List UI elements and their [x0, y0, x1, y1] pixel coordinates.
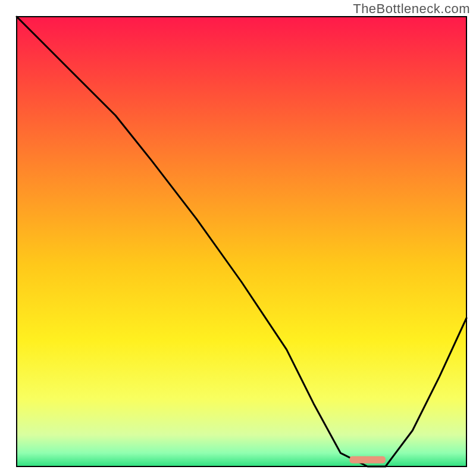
watermark-text: TheBottleneck.com	[353, 1, 470, 17]
optimal-zone-marker	[349, 456, 385, 464]
chart-container: TheBottleneck.com	[0, 0, 476, 476]
bottleneck-chart	[0, 0, 476, 476]
